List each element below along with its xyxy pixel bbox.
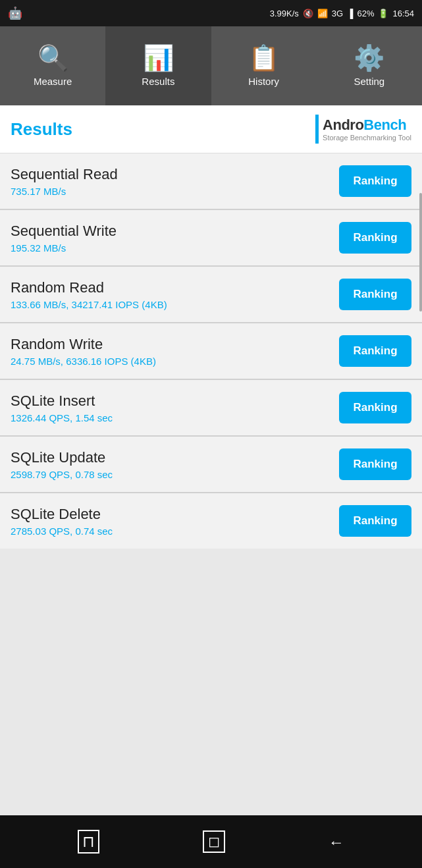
ranking-btn-random-write[interactable]: Ranking xyxy=(339,335,411,367)
tab-measure[interactable]: 🔍 Measure xyxy=(0,26,105,105)
result-value-sqlite-delete: 2785.03 QPS, 0.74 sec xyxy=(11,526,339,537)
battery-icon: 🔋 xyxy=(378,9,388,18)
ranking-btn-sequential-read[interactable]: Ranking xyxy=(339,165,411,197)
brand-subtitle: Storage Benchmarking Tool xyxy=(323,134,411,142)
results-header: Results AndroBench Storage Benchmarking … xyxy=(0,105,422,153)
brand-name: AndroBench xyxy=(323,117,411,134)
result-sqlite-insert: SQLite Insert 1326.44 QPS, 1.54 sec Rank… xyxy=(0,380,422,437)
battery-percent: 62% xyxy=(357,9,374,18)
result-info-sequential-read: Sequential Read 735.17 MB/s xyxy=(11,166,339,197)
status-bar-left: 🤖 xyxy=(8,6,22,20)
ranking-btn-sqlite-update[interactable]: Ranking xyxy=(339,448,411,480)
history-icon: 📋 xyxy=(248,45,279,70)
result-name-sequential-write: Sequential Write xyxy=(11,223,339,240)
result-value-sqlite-insert: 1326.44 QPS, 1.54 sec xyxy=(11,412,339,423)
result-name-random-write: Random Write xyxy=(11,336,339,353)
results-list: Sequential Read 735.17 MB/s Ranking Sequ… xyxy=(0,153,422,549)
result-name-sqlite-update: SQLite Update xyxy=(11,449,339,466)
home-icon: ◻ xyxy=(203,830,225,853)
result-random-write: Random Write 24.75 MB/s, 6336.16 IOPS (4… xyxy=(0,323,422,380)
result-info-sqlite-update: SQLite Update 2598.79 QPS, 0.78 sec xyxy=(11,449,339,480)
ranking-btn-sqlite-delete[interactable]: Ranking xyxy=(339,505,411,537)
result-info-sqlite-delete: SQLite Delete 2785.03 QPS, 0.74 sec xyxy=(11,506,339,537)
spacer xyxy=(0,549,422,815)
result-value-sequential-write: 195.32 MB/s xyxy=(11,242,339,254)
result-info-random-read: Random Read 133.66 MB/s, 34217.41 IOPS (… xyxy=(11,279,339,310)
brand-logo: AndroBench Storage Benchmarking Tool xyxy=(315,115,411,144)
result-sequential-read: Sequential Read 735.17 MB/s Ranking xyxy=(0,153,422,210)
back-icon: ← xyxy=(329,833,344,851)
android-icon: 🤖 xyxy=(8,6,22,20)
result-sqlite-update: SQLite Update 2598.79 QPS, 0.78 sec Rank… xyxy=(0,437,422,493)
result-sqlite-delete: SQLite Delete 2785.03 QPS, 0.74 sec Rank… xyxy=(0,493,422,549)
signal-bars-icon: ▐ xyxy=(347,9,353,18)
result-value-sequential-read: 735.17 MB/s xyxy=(11,186,339,197)
bottom-nav-bar: ⊓ ◻ ← xyxy=(0,815,422,868)
tab-setting[interactable]: ⚙️ Setting xyxy=(317,26,422,105)
tab-setting-label: Setting xyxy=(354,76,385,87)
result-sequential-write: Sequential Write 195.32 MB/s Ranking xyxy=(0,210,422,267)
result-name-sqlite-delete: SQLite Delete xyxy=(11,506,339,523)
result-value-random-read: 133.66 MB/s, 34217.41 IOPS (4KB) xyxy=(11,299,339,310)
result-value-random-write: 24.75 MB/s, 6336.16 IOPS (4KB) xyxy=(11,356,339,367)
result-info-sqlite-insert: SQLite Insert 1326.44 QPS, 1.54 sec xyxy=(11,393,339,423)
result-info-sequential-write: Sequential Write 195.32 MB/s xyxy=(11,223,339,254)
tab-results[interactable]: 📊 Results xyxy=(105,26,211,105)
signal-type: 3G xyxy=(332,9,343,18)
status-bar: 🤖 3.99K/s 🔇 📶 3G ▐ 62% 🔋 16:54 xyxy=(0,0,422,26)
setting-icon: ⚙️ xyxy=(354,45,384,70)
brand-text: AndroBench Storage Benchmarking Tool xyxy=(323,117,411,142)
result-random-read: Random Read 133.66 MB/s, 34217.41 IOPS (… xyxy=(0,267,422,323)
tab-history-label: History xyxy=(248,76,279,87)
result-name-sqlite-insert: SQLite Insert xyxy=(11,393,339,410)
nav-tabs: 🔍 Measure 📊 Results 📋 History ⚙️ Setting xyxy=(0,26,422,105)
status-bar-right: 3.99K/s 🔇 📶 3G ▐ 62% 🔋 16:54 xyxy=(270,9,414,18)
wifi-icon: 📶 xyxy=(317,9,328,18)
back-button[interactable]: ← xyxy=(322,825,351,859)
recent-apps-icon: ⊓ xyxy=(78,830,99,854)
ranking-btn-sequential-write[interactable]: Ranking xyxy=(339,222,411,254)
home-button[interactable]: ◻ xyxy=(196,824,232,859)
result-info-random-write: Random Write 24.75 MB/s, 6336.16 IOPS (4… xyxy=(11,336,339,367)
measure-icon: 🔍 xyxy=(38,45,68,70)
scroll-indicator xyxy=(419,193,422,312)
mute-icon: 🔇 xyxy=(303,9,313,18)
result-name-sequential-read: Sequential Read xyxy=(11,166,339,183)
network-speed: 3.99K/s xyxy=(270,9,299,18)
result-name-random-read: Random Read xyxy=(11,279,339,296)
clock: 16:54 xyxy=(392,9,414,18)
ranking-btn-sqlite-insert[interactable]: Ranking xyxy=(339,392,411,423)
tab-measure-label: Measure xyxy=(34,76,72,87)
results-icon: 📊 xyxy=(143,45,174,70)
result-value-sqlite-update: 2598.79 QPS, 0.78 sec xyxy=(11,469,339,480)
results-wrapper: Sequential Read 735.17 MB/s Ranking Sequ… xyxy=(0,153,422,549)
tab-history[interactable]: 📋 History xyxy=(211,26,317,105)
recent-apps-button[interactable]: ⊓ xyxy=(71,823,106,860)
page-title: Results xyxy=(11,119,72,140)
brand-bar-accent xyxy=(315,115,319,144)
tab-results-label: Results xyxy=(142,76,174,87)
ranking-btn-random-read[interactable]: Ranking xyxy=(339,279,411,310)
